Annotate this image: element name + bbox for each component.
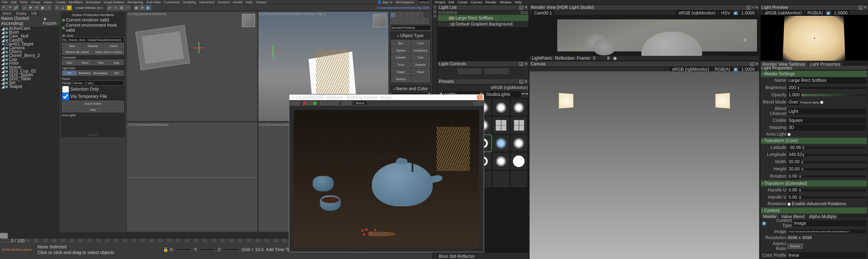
format-dropdown[interactable]: Alembic - (*.abc) [72, 80, 124, 86]
lightpaint-mode-dropdown[interactable]: Reflection [555, 56, 575, 61]
menu-octane[interactable]: Octane [256, 0, 267, 4]
light-preview-viewport[interactable] [761, 15, 868, 60]
hide-button[interactable]: Hide [93, 60, 108, 65]
maxscript-listener[interactable]: MAXScript Mini Listener [2, 248, 35, 251]
straw-object[interactable] [316, 50, 349, 94]
display-tab[interactable] [412, 12, 418, 18]
torus-button[interactable]: Torus [391, 62, 410, 68]
mapping-dropdown[interactable]: 3D [787, 125, 866, 131]
handle-v-input[interactable]: 0.00 [787, 194, 798, 200]
menu-interactive[interactable]: Interactive [199, 0, 215, 4]
x-coord-input[interactable] [176, 248, 192, 251]
place-button[interactable]: ⎀ [46, 5, 51, 10]
visible-icon[interactable]: 👁 [439, 17, 441, 19]
hook-dropdown[interactable]: My_Octane_Hook - OctaneTextureEnvironmen… [62, 37, 124, 42]
rollout-header[interactable]: ▾ Object Type [391, 33, 430, 39]
wireframe-object[interactable] [142, 31, 184, 64]
lock-icon[interactable] [320, 101, 324, 105]
rotation-input[interactable]: 0.00 [787, 173, 798, 179]
help-button[interactable]: Help [62, 107, 124, 112]
category-dropdown[interactable]: Standard Primitives [390, 25, 431, 30]
render-titlebar[interactable]: ◎OctaneRender Viewport - Building Render… [289, 95, 484, 100]
textplus-button[interactable]: TextPlus [391, 76, 410, 82]
menu-scripting[interactable]: Scripting [183, 0, 196, 4]
menu-customize[interactable]: Customize [164, 0, 180, 4]
mirror-button[interactable]: ⇄ [107, 5, 112, 10]
render-button[interactable]: ▶ [145, 5, 151, 10]
sphere-button[interactable]: Sphere [391, 47, 410, 54]
y-coord-input[interactable] [200, 248, 216, 251]
picker-icon[interactable] [325, 101, 329, 105]
new-button[interactable]: New [62, 43, 82, 48]
rotate-icon[interactable] [464, 69, 469, 74]
rotation-slider[interactable] [799, 175, 866, 177]
menu-animation[interactable]: Animation [86, 0, 100, 4]
geosphere-button[interactable]: GeoSphere [411, 47, 430, 54]
viewcube[interactable] [242, 14, 255, 27]
clay-icon[interactable] [342, 101, 346, 105]
latitude-input[interactable]: -30.96 [787, 144, 802, 151]
move-icon[interactable] [458, 69, 463, 74]
viewport-top[interactable]: [+] [Top] [Standard] [Wireframe] [126, 11, 257, 122]
viewport-label[interactable]: [+] [Front] [Standard] [Wireframe] [128, 123, 168, 126]
stop-button[interactable]: Stop [109, 60, 124, 65]
undock-icon[interactable]: ◱ [519, 5, 524, 10]
height-slider[interactable] [802, 168, 866, 170]
image-path-input[interactable]: ASSETS/presets/12fa1509-f9c3-4cb9-8039-7… [787, 230, 866, 233]
cookie-dropdown[interactable]: Square [787, 117, 866, 123]
shapes-icon[interactable] [396, 18, 401, 24]
preset-item[interactable] [493, 171, 509, 188]
remove-light-icon[interactable] [442, 11, 445, 14]
render-setup-button[interactable]: ⚙ [140, 5, 145, 10]
align-button[interactable]: ≡ [113, 5, 118, 10]
menu-group[interactable]: Group [31, 0, 40, 4]
utilities-tab[interactable] [418, 12, 423, 18]
presets-cs-dropdown[interactable]: sRGB (rgbMonitor) [491, 85, 528, 90]
menu-views[interactable]: Views [43, 0, 53, 4]
clip-icon[interactable]: ▣ [734, 67, 738, 72]
settings-icon[interactable] [473, 101, 477, 105]
play-icon[interactable] [313, 101, 317, 105]
viewcube[interactable] [373, 14, 386, 27]
viewport-label[interactable]: [+] [Perspective] [Standard] [Default Sh… [259, 12, 325, 15]
material-button[interactable]: ◉ [133, 5, 139, 10]
geometry-icon[interactable] [390, 18, 396, 24]
rename-button[interactable]: Rename [83, 43, 103, 48]
copy-icon[interactable] [296, 101, 300, 105]
visible-icon[interactable]: 👁 [439, 23, 441, 25]
width-slider[interactable] [802, 161, 866, 163]
spacewarps-icon[interactable] [418, 18, 423, 24]
menu-grapheditors[interactable]: Graph Editors [104, 0, 124, 4]
clip-icon[interactable]: ▣ [826, 10, 831, 15]
height-input[interactable]: 20.00 [787, 166, 801, 172]
preset-item[interactable] [510, 117, 527, 134]
sun-icon[interactable]: ☀ [739, 34, 752, 46]
gizmo[interactable] [193, 42, 204, 53]
teapot-button[interactable]: Teapot [391, 69, 410, 75]
render-settings-tab[interactable]: Render View Settings [761, 62, 807, 66]
box-button[interactable]: Box [391, 40, 410, 46]
preset-item[interactable] [510, 99, 527, 116]
menu-edit[interactable]: Edit [449, 0, 454, 4]
alpha-multiply-tab[interactable]: Alpha Multiply [807, 214, 839, 218]
duplicate-icon[interactable] [446, 11, 450, 14]
track-toggle[interactable] [2, 239, 10, 242]
tube-button[interactable]: Tube [411, 54, 430, 61]
modify-tab[interactable] [396, 12, 401, 18]
preset-item[interactable] [510, 153, 527, 169]
redo-button[interactable]: ↷ [7, 5, 13, 10]
close-icon[interactable]: × [525, 62, 527, 66]
content-header[interactable]: Content [761, 207, 867, 214]
canvas-light[interactable] [559, 93, 573, 108]
area-light-checkbox[interactable] [787, 132, 791, 136]
viewport-label[interactable]: [+] [Top] [Standard] [Wireframe] [128, 12, 166, 15]
workspace-dropdown[interactable]: Default [417, 0, 430, 5]
name-input[interactable]: Large Rect Softbox [787, 77, 866, 84]
solo-icon[interactable]: ◉ [613, 56, 617, 61]
helpers-icon[interactable] [412, 18, 418, 24]
close-button[interactable]: × [477, 95, 483, 100]
selection-only-checkbox[interactable] [62, 86, 69, 93]
select-hook-button[interactable]: Select Hook In Scene [93, 49, 124, 55]
angle-snap[interactable]: ∠ [60, 5, 66, 10]
rim-button[interactable]: Rim [109, 70, 124, 76]
